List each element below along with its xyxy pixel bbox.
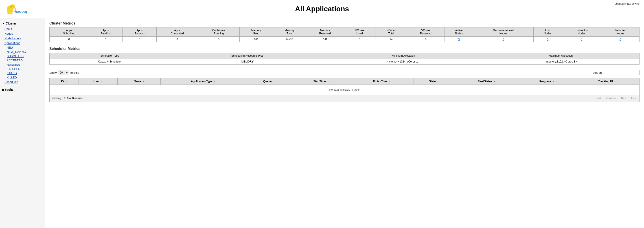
scheduler-metrics-row: Capacity Scheduler [MEMORY] <memory:1024… [50, 59, 640, 65]
table-footer: Showing 0 to 0 of 0 entries First Previo… [49, 95, 640, 102]
scheduler-metrics-table: Scheduler Type Scheduling Resource Type … [49, 53, 640, 65]
col-apps-submitted: AppsSubmitted [50, 27, 89, 37]
sidebar-subitem-killed[interactable]: KILLED [0, 75, 45, 80]
val-memory-reserved: 0 B [306, 37, 344, 42]
col-memory-used: MemoryUsed [240, 27, 273, 37]
cluster-metrics-title: Cluster Metrics [49, 21, 640, 25]
sidebar-subitem-new[interactable]: NEW [0, 45, 45, 50]
val-resource-type: [MEMORY] [170, 59, 325, 65]
starttime-sort-icon: ⇕ [327, 80, 329, 83]
app-col-starttime[interactable]: StartTime ⇕ [292, 78, 350, 85]
val-min-allocation: <memory:1024, vCores:1> [325, 59, 482, 65]
col-rebooted-nodes: RebootedNodes [601, 27, 639, 37]
no-data-cell: No data available in table [50, 85, 640, 95]
sidebar-item-applications[interactable]: Applications [0, 41, 45, 45]
rebooted-nodes-link[interactable]: 0 [620, 38, 621, 41]
val-unhealthy-nodes[interactable]: 0 [562, 37, 601, 42]
logo-area: hadoop [4, 2, 27, 16]
svg-text:hadoop: hadoop [15, 9, 27, 14]
sidebar-subitem-new-saving[interactable]: NEW_SAVING [0, 50, 45, 54]
col-memory-total: MemoryTotal [273, 27, 306, 37]
val-apps-pending: 0 [89, 37, 122, 42]
sched-col-max-alloc: Maximum Allocation [482, 53, 639, 59]
id-sort-icon: ⇕ [65, 80, 67, 83]
sidebar-item-about[interactable]: About [0, 27, 45, 31]
user-sort-icon: ⇕ [101, 80, 103, 83]
queue-sort-icon: ⇕ [273, 80, 275, 83]
entries-select[interactable]: 10 20 25 50 100 [58, 70, 69, 75]
val-rebooted-nodes[interactable]: 0 [601, 37, 639, 42]
col-apps-running: AppsRunning [122, 27, 156, 37]
app-col-name[interactable]: Name ⇕ [118, 78, 161, 85]
col-apps-completed: AppsCompleted [156, 27, 198, 37]
datatable-controls: Show 10 20 25 50 100 entries Search: [49, 69, 640, 76]
unhealthy-nodes-link[interactable]: 0 [581, 38, 582, 41]
cluster-section-header[interactable]: ▼ Cluster [0, 20, 45, 27]
app-col-tracking[interactable]: Tracking UI ⇕ [575, 78, 640, 85]
login-info: Logged in as: dr.who [614, 2, 640, 6]
pagination-buttons: First Previous Next Last [594, 96, 638, 100]
app-col-type[interactable]: Application Type ⇕ [161, 78, 246, 85]
page-header: hadoop All Applications Logged in as: dr… [0, 0, 644, 18]
previous-button[interactable]: Previous [604, 96, 618, 100]
val-max-allocation: <memory:8192, vCores:8> [482, 59, 639, 65]
sidebar-item-nodes[interactable]: Nodes [0, 31, 45, 36]
search-label: Search: [592, 71, 602, 74]
search-input[interactable] [604, 70, 640, 75]
app-col-finalstatus[interactable]: FinalStatus ⇕ [454, 78, 519, 85]
page-title: All Applications [295, 5, 349, 13]
sidebar-subitem-finished[interactable]: FINISHED [0, 67, 45, 71]
cluster-metrics-table: AppsSubmitted AppsPending AppsRunning Ap… [49, 27, 640, 42]
col-vcores-used: VCoresUsed [344, 27, 375, 37]
content-area: Cluster Metrics AppsSubmitted AppsPendin… [45, 18, 644, 228]
app-col-progress[interactable]: Progress ⇕ [519, 78, 575, 85]
svg-rect-5 [10, 12, 11, 14]
cluster-arrow-icon: ▼ [2, 22, 4, 25]
app-col-finishtime[interactable]: FinishTime ⇕ [350, 78, 414, 85]
app-col-queue[interactable]: Queue ⇕ [246, 78, 292, 85]
sidebar-subitem-failed[interactable]: FAILED [0, 71, 45, 75]
val-apps-completed: 0 [156, 37, 198, 42]
sidebar-subitem-submitted[interactable]: SUBMITTED [0, 54, 45, 58]
active-nodes-link[interactable]: 3 [458, 38, 460, 41]
type-sort-icon: ⇕ [214, 80, 216, 83]
app-col-state[interactable]: State ⇕ [414, 78, 454, 85]
first-button[interactable]: First [594, 96, 603, 100]
val-containers-running: 0 [198, 37, 240, 42]
datatable-controls-right: Search: [592, 70, 640, 75]
sidebar-subitem-running[interactable]: RUNNING [0, 62, 45, 67]
finalstatus-sort-icon: ⇕ [494, 80, 496, 83]
lost-nodes-link[interactable]: 0 [547, 38, 548, 41]
next-button[interactable]: Next [619, 96, 628, 100]
val-decommissioned-nodes[interactable]: 0 [473, 37, 534, 42]
col-apps-pending: AppsPending [89, 27, 122, 37]
decommissioned-link[interactable]: 0 [503, 38, 504, 41]
finishtime-sort-icon: ⇕ [389, 80, 391, 83]
val-active-nodes[interactable]: 3 [444, 37, 473, 42]
no-data-row: No data available in table [50, 85, 640, 95]
svg-rect-4 [8, 12, 9, 14]
app-col-user[interactable]: User ⇕ [78, 78, 118, 85]
scheduler-metrics-title: Scheduler Metrics [49, 47, 640, 51]
tracking-sort-icon: ⇕ [614, 80, 616, 83]
tools-label: Tools [5, 88, 13, 91]
sidebar-subitem-accepted[interactable]: ACCEPTED [0, 58, 45, 62]
sched-col-type: Scheduler Type [50, 53, 170, 59]
col-active-nodes: ActiveNodes [444, 27, 473, 37]
datatable-controls-left: Show 10 20 25 50 100 entries [49, 70, 79, 75]
sidebar-item-node-labels[interactable]: Node Labels [0, 36, 45, 41]
sidebar: ▼ Cluster About Nodes Node Labels Applic… [0, 18, 45, 228]
svg-rect-6 [11, 12, 12, 14]
tools-section-header[interactable]: ▶ Tools [0, 87, 45, 93]
val-memory-total: 24 GB [273, 37, 306, 42]
val-vcores-reserved: 0 [407, 37, 444, 42]
svg-point-2 [10, 5, 12, 8]
state-sort-icon: ⇕ [437, 80, 439, 83]
last-button[interactable]: Last [630, 96, 638, 100]
val-scheduler-type: Capacity Scheduler [50, 59, 170, 65]
sidebar-item-scheduler[interactable]: Scheduler [0, 80, 45, 84]
sched-col-min-alloc: Minimum Allocation [325, 53, 482, 59]
val-lost-nodes[interactable]: 0 [534, 37, 562, 42]
app-col-id[interactable]: ID ⇕ [50, 78, 79, 85]
col-unhealthy-nodes: UnhealthyNodes [562, 27, 601, 37]
